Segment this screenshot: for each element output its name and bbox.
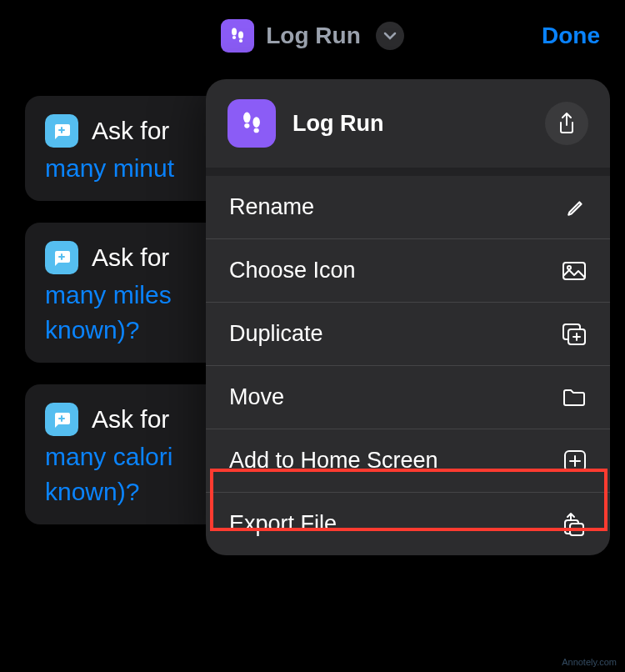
watermark: Annotely.com — [562, 657, 617, 667]
menu-label: Move — [229, 384, 284, 410]
menu-item-rename[interactable]: Rename — [206, 176, 610, 239]
divider — [206, 168, 610, 176]
svg-point-7 — [254, 128, 259, 133]
action-label: Ask for — [92, 243, 169, 272]
message-plus-icon — [52, 121, 72, 141]
svg-point-0 — [232, 28, 237, 35]
plus-square-icon — [563, 449, 587, 473]
app-icon — [228, 99, 276, 148]
menu-items: Rename Choose Icon Duplicate Move — [206, 176, 610, 555]
action-label: Ask for — [92, 405, 169, 434]
action-label: Ask for — [92, 117, 169, 145]
image-icon — [562, 261, 587, 281]
svg-rect-14 — [570, 524, 583, 535]
sheet-header: Log Run — [206, 79, 610, 168]
context-menu-sheet: Log Run Rename Choose Icon Duplicate — [206, 79, 610, 555]
export-icon — [562, 512, 587, 537]
svg-rect-8 — [563, 263, 585, 279]
menu-label: Duplicate — [229, 321, 323, 347]
ask-icon-box — [45, 114, 78, 148]
footprints-icon — [228, 26, 248, 46]
menu-label: Choose Icon — [229, 258, 356, 283]
svg-point-2 — [238, 31, 243, 38]
svg-point-5 — [244, 123, 249, 128]
svg-point-6 — [252, 117, 260, 128]
share-button[interactable] — [545, 102, 588, 145]
menu-item-choose-icon[interactable]: Choose Icon — [206, 239, 610, 303]
message-plus-icon — [52, 409, 72, 429]
menu-item-export-file[interactable]: Export File — [206, 493, 610, 555]
menu-label: Add to Home Screen — [229, 448, 438, 474]
message-plus-icon — [52, 248, 72, 268]
menu-item-move[interactable]: Move — [206, 366, 610, 429]
title-dropdown-button[interactable] — [376, 22, 404, 50]
done-button[interactable]: Done — [542, 23, 600, 49]
menu-label: Export File — [229, 511, 337, 537]
app-icon — [221, 19, 254, 53]
menu-label: Rename — [229, 194, 314, 220]
share-icon — [557, 112, 577, 135]
svg-point-4 — [243, 113, 251, 123]
chevron-down-icon — [383, 32, 397, 40]
svg-point-1 — [232, 36, 236, 39]
page-title: Log Run — [266, 23, 361, 49]
header-center: Log Run — [221, 19, 404, 53]
ask-icon-box — [45, 403, 78, 436]
svg-point-3 — [239, 39, 242, 43]
duplicate-icon — [562, 323, 587, 346]
footprints-icon — [238, 109, 266, 138]
menu-item-add-home-screen[interactable]: Add to Home Screen — [206, 429, 610, 493]
folder-icon — [562, 388, 587, 408]
header-bar: Log Run Done — [0, 0, 625, 71]
pencil-icon — [565, 197, 587, 218]
menu-item-duplicate[interactable]: Duplicate — [206, 303, 610, 366]
ask-icon-box — [45, 241, 78, 274]
sheet-title: Log Run — [292, 111, 528, 137]
svg-point-9 — [568, 266, 571, 269]
